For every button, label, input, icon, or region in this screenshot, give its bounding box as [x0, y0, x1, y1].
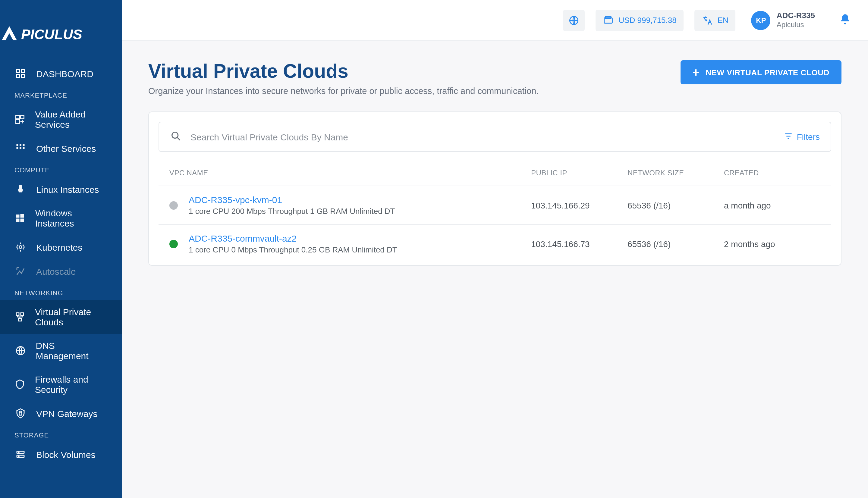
- plus-icon: +: [692, 66, 700, 78]
- table-row[interactable]: ADC-R335-commvault-az2 1 core CPU 0 Mbps…: [158, 225, 831, 263]
- sidebar-item-label: Autoscale: [36, 266, 76, 276]
- svg-rect-14: [16, 147, 18, 149]
- grid-icon: [14, 143, 27, 154]
- sidebar-item-virtual-private-clouds[interactable]: Virtual Private Clouds: [0, 300, 122, 334]
- sidebar-item-label: Linux Instances: [36, 184, 99, 194]
- table-row[interactable]: ADC-R335-vpc-kvm-01 1 core CPU 200 Mbps …: [158, 186, 831, 225]
- avatar: KP: [751, 11, 770, 30]
- status-dot: [169, 239, 178, 248]
- vpc-name-link[interactable]: ADC-R335-commvault-az2: [189, 233, 397, 244]
- language-button[interactable]: EN: [695, 9, 736, 31]
- sidebar: PICULUS DASHBOARD MARKETPLACEValue Added…: [0, 0, 122, 498]
- vpn-icon: [14, 408, 27, 419]
- dashboard-icon: [14, 68, 27, 79]
- account-id: ADC-R335: [777, 11, 815, 21]
- svg-rect-24: [19, 318, 22, 321]
- svg-rect-2: [16, 69, 20, 73]
- vpc-ip: 103.145.166.73: [531, 239, 627, 249]
- svg-rect-12: [20, 144, 22, 146]
- svg-rect-13: [23, 144, 25, 146]
- sidebar-section-label: COMPUTE: [0, 160, 122, 177]
- sidebar-item-vpn-gateways[interactable]: VPN Gateways: [0, 401, 122, 425]
- vpc-created: a month ago: [724, 200, 820, 210]
- firewall-icon: [14, 379, 25, 390]
- svg-rect-6: [16, 115, 20, 119]
- account-org: Apiculus: [777, 21, 815, 29]
- sidebar-item-label: Firewalls and Security: [35, 374, 107, 395]
- svg-text:PICULUS: PICULUS: [21, 27, 82, 42]
- svg-rect-15: [20, 147, 22, 149]
- sidebar-item-dns-management[interactable]: DNS Management: [0, 334, 122, 368]
- vpc-spec: 1 core CPU 200 Mbps Throughput 1 GB RAM …: [189, 207, 395, 216]
- balance-chip[interactable]: USD 999,715.38: [596, 9, 684, 31]
- svg-rect-8: [16, 120, 20, 123]
- vpc-icon: [14, 312, 25, 322]
- vpc-size: 65536 (/16): [627, 239, 724, 249]
- sidebar-item-label: Windows Instances: [35, 208, 107, 228]
- status-dot: [169, 201, 178, 209]
- table-header: VPC NAME PUBLIC IP NETWORK SIZE CREATED: [158, 160, 831, 186]
- svg-rect-3: [22, 69, 25, 73]
- sidebar-item-windows-instances[interactable]: Windows Instances: [0, 201, 122, 235]
- svg-rect-23: [21, 313, 24, 316]
- svg-rect-7: [21, 115, 24, 119]
- filters-button[interactable]: Filters: [783, 131, 820, 143]
- sidebar-item-linux-instances[interactable]: Linux Instances: [0, 177, 122, 201]
- svg-marker-0: [2, 26, 17, 40]
- vpc-table: VPC NAME PUBLIC IP NETWORK SIZE CREATED …: [158, 160, 831, 263]
- block-volumes-icon: [14, 449, 27, 460]
- vpc-created: 2 months ago: [724, 239, 820, 249]
- language-text: EN: [717, 16, 728, 25]
- vpc-name-link[interactable]: ADC-R335-vpc-kvm-01: [189, 195, 395, 205]
- sidebar-item-kubernetes[interactable]: Kubernetes: [0, 235, 122, 259]
- brand-logo: PICULUS: [0, 11, 122, 62]
- sidebar-section-label: STORAGE: [0, 425, 122, 442]
- vpc-ip: 103.145.166.29: [531, 200, 627, 210]
- col-size: NETWORK SIZE: [627, 169, 724, 177]
- sidebar-item-autoscale: Autoscale: [0, 259, 122, 283]
- new-vpc-button[interactable]: + NEW VIRTUAL PRIVATE CLOUD: [680, 60, 841, 84]
- svg-point-30: [18, 456, 19, 457]
- sidebar-item-label: Value Added Services: [35, 109, 107, 130]
- new-vpc-label: NEW VIRTUAL PRIVATE CLOUD: [705, 68, 829, 77]
- sidebar-item-label: Virtual Private Clouds: [35, 307, 107, 327]
- col-created: CREATED: [724, 169, 820, 177]
- account-button[interactable]: KP ADC-R335 Apiculus: [751, 11, 815, 30]
- kubernetes-icon: [14, 241, 27, 252]
- sidebar-item-dashboard[interactable]: DASHBOARD: [0, 62, 122, 86]
- linux-icon: [14, 184, 27, 195]
- autoscale-icon: [14, 266, 27, 277]
- sidebar-section-label: NETWORKING: [0, 283, 122, 300]
- plus-box-icon: [14, 114, 25, 125]
- svg-point-29: [18, 452, 19, 453]
- sidebar-item-label: VPN Gateways: [36, 408, 98, 418]
- sidebar-item-block-volumes[interactable]: Block Volumes: [0, 442, 122, 467]
- globe-icon: [568, 15, 579, 26]
- svg-rect-19: [16, 219, 20, 222]
- sidebar-section-label: MARKETPLACE: [0, 86, 122, 102]
- searchbar: Filters: [158, 122, 831, 152]
- svg-rect-4: [16, 75, 20, 78]
- sidebar-item-firewalls-and-security[interactable]: Firewalls and Security: [0, 368, 122, 401]
- search-input[interactable]: [191, 132, 775, 142]
- filter-icon: [783, 131, 793, 143]
- region-button[interactable]: [563, 9, 585, 31]
- svg-rect-11: [16, 144, 18, 146]
- sidebar-item-other-services[interactable]: Other Services: [0, 136, 122, 160]
- svg-point-34: [172, 132, 178, 138]
- svg-rect-17: [16, 214, 20, 218]
- page-subtitle: Organize your Instances into secure netw…: [148, 86, 539, 96]
- svg-rect-26: [19, 413, 22, 416]
- translate-icon: [702, 15, 713, 26]
- sidebar-item-value-added-services[interactable]: Value Added Services: [0, 102, 122, 136]
- topbar: USD 999,715.38 EN KP ADC-R335 Apiculus: [122, 0, 868, 41]
- vpc-size: 65536 (/16): [627, 200, 724, 210]
- svg-rect-22: [16, 313, 19, 316]
- search-icon: [170, 130, 182, 144]
- svg-rect-5: [22, 75, 25, 78]
- notifications-button[interactable]: [839, 13, 851, 27]
- svg-rect-16: [23, 147, 25, 149]
- main: USD 999,715.38 EN KP ADC-R335 Apiculus V…: [122, 0, 868, 498]
- col-name: VPC NAME: [169, 169, 531, 177]
- dns-icon: [14, 345, 26, 356]
